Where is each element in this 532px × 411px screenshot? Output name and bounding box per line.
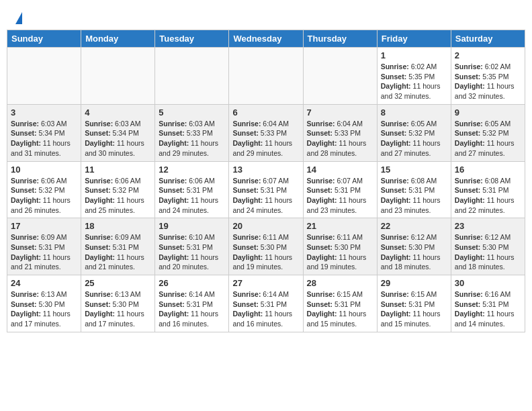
day-info: Sunrise: 6:08 AMSunset: 5:31 PMDaylight:… <box>455 176 521 216</box>
calendar-day-cell: 11Sunrise: 6:06 AMSunset: 5:32 PMDayligh… <box>81 161 155 218</box>
calendar-day-cell <box>81 48 155 105</box>
calendar-day-cell: 4Sunrise: 6:03 AMSunset: 5:34 PMDaylight… <box>81 104 155 161</box>
day-info: Sunrise: 6:12 AMSunset: 5:30 PMDaylight:… <box>455 232 521 272</box>
day-number: 19 <box>159 221 225 231</box>
day-info: Sunrise: 6:05 AMSunset: 5:32 PMDaylight:… <box>381 119 447 158</box>
page: SundayMondayTuesdayWednesdayThursdayFrid… <box>0 0 532 411</box>
day-info: Sunrise: 6:11 AMSunset: 5:30 PMDaylight:… <box>307 232 373 272</box>
calendar-day-cell: 8Sunrise: 6:05 AMSunset: 5:32 PMDaylight… <box>377 104 451 161</box>
weekday-header: Monday <box>81 30 155 48</box>
logo <box>13 12 22 23</box>
day-info: Sunrise: 6:08 AMSunset: 5:31 PMDaylight:… <box>381 176 447 216</box>
day-number: 26 <box>159 278 225 288</box>
day-info: Sunrise: 6:11 AMSunset: 5:30 PMDaylight:… <box>232 232 299 272</box>
day-info: Sunrise: 6:14 AMSunset: 5:31 PMDaylight:… <box>159 289 225 329</box>
day-number: 25 <box>85 278 151 288</box>
day-number: 12 <box>159 165 225 175</box>
day-number: 2 <box>455 50 521 60</box>
calendar-day-cell: 16Sunrise: 6:08 AMSunset: 5:31 PMDayligh… <box>451 161 525 218</box>
calendar-day-cell: 18Sunrise: 6:09 AMSunset: 5:31 PMDayligh… <box>81 218 155 275</box>
calendar-day-cell: 29Sunrise: 6:15 AMSunset: 5:31 PMDayligh… <box>377 275 451 332</box>
calendar-day-cell: 27Sunrise: 6:14 AMSunset: 5:31 PMDayligh… <box>229 275 303 332</box>
calendar-day-cell: 15Sunrise: 6:08 AMSunset: 5:31 PMDayligh… <box>377 161 451 218</box>
day-info: Sunrise: 6:16 AMSunset: 5:31 PMDaylight:… <box>455 289 521 329</box>
calendar-week-row: 10Sunrise: 6:06 AMSunset: 5:32 PMDayligh… <box>7 161 525 218</box>
day-number: 16 <box>455 165 521 175</box>
calendar-day-cell: 26Sunrise: 6:14 AMSunset: 5:31 PMDayligh… <box>155 275 229 332</box>
day-number: 24 <box>11 278 77 288</box>
day-number: 29 <box>381 278 447 288</box>
day-info: Sunrise: 6:10 AMSunset: 5:31 PMDaylight:… <box>159 232 225 272</box>
day-number: 3 <box>11 107 77 118</box>
day-info: Sunrise: 6:04 AMSunset: 5:33 PMDaylight:… <box>307 119 373 158</box>
calendar-day-cell: 5Sunrise: 6:03 AMSunset: 5:33 PMDaylight… <box>155 104 229 161</box>
calendar-day-cell: 7Sunrise: 6:04 AMSunset: 5:33 PMDaylight… <box>303 104 377 161</box>
day-info: Sunrise: 6:13 AMSunset: 5:30 PMDaylight:… <box>11 289 77 329</box>
day-info: Sunrise: 6:13 AMSunset: 5:30 PMDaylight:… <box>85 289 151 329</box>
calendar-day-cell: 30Sunrise: 6:16 AMSunset: 5:31 PMDayligh… <box>451 275 525 332</box>
calendar-day-cell: 23Sunrise: 6:12 AMSunset: 5:30 PMDayligh… <box>451 218 525 275</box>
day-info: Sunrise: 6:02 AMSunset: 5:35 PMDaylight:… <box>381 62 447 101</box>
day-info: Sunrise: 6:07 AMSunset: 5:31 PMDaylight:… <box>307 176 373 216</box>
header-row: SundayMondayTuesdayWednesdayThursdayFrid… <box>7 30 525 48</box>
day-number: 10 <box>11 165 77 175</box>
calendar-day-cell: 14Sunrise: 6:07 AMSunset: 5:31 PMDayligh… <box>303 161 377 218</box>
calendar-day-cell: 19Sunrise: 6:10 AMSunset: 5:31 PMDayligh… <box>155 218 229 275</box>
day-number: 8 <box>381 107 447 118</box>
calendar-day-cell <box>229 48 303 105</box>
day-number: 15 <box>381 165 447 175</box>
weekday-header: Tuesday <box>155 30 229 48</box>
day-number: 18 <box>85 221 151 231</box>
calendar-day-cell: 24Sunrise: 6:13 AMSunset: 5:30 PMDayligh… <box>7 275 81 332</box>
calendar-week-row: 3Sunrise: 6:03 AMSunset: 5:34 PMDaylight… <box>7 104 525 161</box>
calendar-day-cell: 9Sunrise: 6:05 AMSunset: 5:32 PMDaylight… <box>451 104 525 161</box>
weekday-header: Wednesday <box>229 30 303 48</box>
calendar-day-cell: 20Sunrise: 6:11 AMSunset: 5:30 PMDayligh… <box>229 218 303 275</box>
day-number: 22 <box>381 221 447 231</box>
calendar-day-cell: 10Sunrise: 6:06 AMSunset: 5:32 PMDayligh… <box>7 161 81 218</box>
day-info: Sunrise: 6:04 AMSunset: 5:33 PMDaylight:… <box>232 119 299 158</box>
day-number: 6 <box>232 107 299 118</box>
weekday-header: Sunday <box>7 30 81 48</box>
calendar-week-row: 24Sunrise: 6:13 AMSunset: 5:30 PMDayligh… <box>7 275 525 332</box>
day-number: 4 <box>85 107 151 118</box>
day-number: 28 <box>307 278 373 288</box>
day-info: Sunrise: 6:02 AMSunset: 5:35 PMDaylight:… <box>455 62 521 101</box>
calendar-day-cell: 21Sunrise: 6:11 AMSunset: 5:30 PMDayligh… <box>303 218 377 275</box>
calendar-day-cell: 3Sunrise: 6:03 AMSunset: 5:34 PMDaylight… <box>7 104 81 161</box>
calendar-day-cell <box>7 48 81 105</box>
calendar-table: SundayMondayTuesdayWednesdayThursdayFrid… <box>7 30 525 332</box>
calendar-day-cell: 13Sunrise: 6:07 AMSunset: 5:31 PMDayligh… <box>229 161 303 218</box>
day-info: Sunrise: 6:14 AMSunset: 5:31 PMDaylight:… <box>232 289 299 329</box>
logo-triangle-icon <box>15 12 22 24</box>
day-info: Sunrise: 6:15 AMSunset: 5:31 PMDaylight:… <box>307 289 373 329</box>
day-info: Sunrise: 6:06 AMSunset: 5:32 PMDaylight:… <box>11 176 77 216</box>
day-info: Sunrise: 6:06 AMSunset: 5:32 PMDaylight:… <box>85 176 151 216</box>
day-number: 1 <box>381 50 447 60</box>
calendar-day-cell: 22Sunrise: 6:12 AMSunset: 5:30 PMDayligh… <box>377 218 451 275</box>
header <box>7 7 525 27</box>
day-info: Sunrise: 6:09 AMSunset: 5:31 PMDaylight:… <box>11 232 77 272</box>
weekday-header: Saturday <box>451 30 525 48</box>
day-info: Sunrise: 6:03 AMSunset: 5:33 PMDaylight:… <box>159 119 225 158</box>
calendar-week-row: 1Sunrise: 6:02 AMSunset: 5:35 PMDaylight… <box>7 48 525 105</box>
day-number: 7 <box>307 107 373 118</box>
day-number: 11 <box>85 165 151 175</box>
day-info: Sunrise: 6:15 AMSunset: 5:31 PMDaylight:… <box>381 289 447 329</box>
calendar-day-cell: 12Sunrise: 6:06 AMSunset: 5:31 PMDayligh… <box>155 161 229 218</box>
day-number: 23 <box>455 221 521 231</box>
calendar-day-cell: 6Sunrise: 6:04 AMSunset: 5:33 PMDaylight… <box>229 104 303 161</box>
day-number: 27 <box>232 278 299 288</box>
calendar-day-cell <box>155 48 229 105</box>
day-number: 9 <box>455 107 521 118</box>
calendar-day-cell: 1Sunrise: 6:02 AMSunset: 5:35 PMDaylight… <box>377 48 451 105</box>
calendar-day-cell: 28Sunrise: 6:15 AMSunset: 5:31 PMDayligh… <box>303 275 377 332</box>
calendar-day-cell <box>303 48 377 105</box>
day-number: 17 <box>11 221 77 231</box>
weekday-header: Friday <box>377 30 451 48</box>
day-info: Sunrise: 6:05 AMSunset: 5:32 PMDaylight:… <box>455 119 521 158</box>
weekday-header: Thursday <box>303 30 377 48</box>
calendar-day-cell: 2Sunrise: 6:02 AMSunset: 5:35 PMDaylight… <box>451 48 525 105</box>
calendar-week-row: 17Sunrise: 6:09 AMSunset: 5:31 PMDayligh… <box>7 218 525 275</box>
day-info: Sunrise: 6:09 AMSunset: 5:31 PMDaylight:… <box>85 232 151 272</box>
